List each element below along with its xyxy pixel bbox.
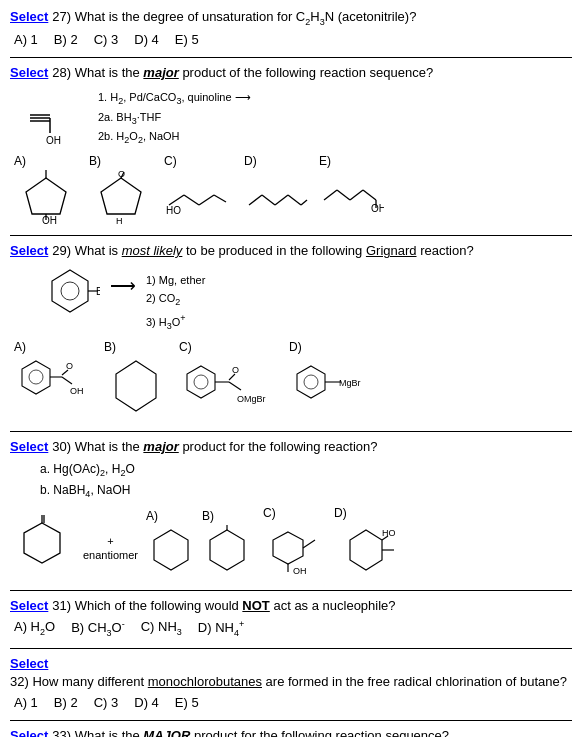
q33-text: 33) What is the MAJOR product for the fo… [52,727,449,737]
q31-choice-a[interactable]: A) H2O [14,619,55,637]
q28-option-a[interactable]: A) OH [14,154,79,225]
svg-line-46 [229,382,241,390]
svg-marker-5 [26,178,66,214]
q30-starting-material [10,513,75,573]
svg-text:MgBr: MgBr [339,378,361,388]
svg-line-15 [199,195,214,205]
svg-line-16 [214,195,226,202]
select-q31[interactable]: Select [10,597,48,615]
q30-option-d[interactable]: D) HO [334,506,399,580]
select-q30[interactable]: Select [10,438,48,456]
svg-line-24 [337,190,350,200]
q30-text: 30) What is the major product for the fo… [52,438,377,456]
choice-a[interactable]: A) 1 [14,32,38,47]
q30-option-c[interactable]: C) OH [263,506,328,580]
svg-text:HO: HO [166,205,181,216]
question-31: Select 31) Which of the following would … [10,597,572,638]
q29-option-b[interactable]: B) [104,340,169,421]
svg-marker-33 [22,361,50,394]
choice-e[interactable]: E) 5 [175,32,199,47]
q32-choice-c[interactable]: C) 3 [94,695,119,710]
q32-choice-d[interactable]: D) 4 [134,695,159,710]
svg-line-38 [62,377,72,384]
svg-text:H: H [116,216,123,225]
q27-text: 27) What is the degree of unsaturation f… [52,8,416,28]
svg-marker-63 [350,530,382,570]
q28-mol-d [244,170,309,225]
q31-choices: A) H2O B) CH3O- C) NH3 D) NH4+ [14,619,572,638]
q29-mol-a: O OH [14,356,94,421]
select-q33[interactable]: Select [10,727,48,737]
q31-choice-d[interactable]: D) NH4+ [198,619,244,638]
q29-option-d[interactable]: D) MgBr [289,340,374,421]
svg-text:HO: HO [382,528,396,538]
question-29: Select 29) What is most likely to be pro… [10,242,572,421]
q32-choice-a[interactable]: A) 1 [14,695,38,710]
q30-mol-c: OH [263,522,328,580]
q27-choices: A) 1 B) 2 C) 3 D) 4 E) 5 [14,32,572,47]
question-28: Select 28) What is the major product of … [10,64,572,225]
q30-mol-d: HO [334,522,399,580]
svg-line-25 [350,190,363,200]
svg-marker-52 [24,523,60,563]
choice-b[interactable]: B) 2 [54,32,78,47]
q30-option-b[interactable]: B) OH [202,509,257,580]
svg-line-13 [169,195,184,205]
q29-option-a[interactable]: A) O OH [14,340,94,421]
question-27: Select 27) What is the degree of unsatur… [10,8,572,47]
svg-line-23 [324,190,337,200]
q30-option-a[interactable]: A) [146,509,196,580]
svg-line-26 [363,190,376,200]
q28-option-e[interactable]: E) OH [319,154,384,225]
q28-option-d[interactable]: D) [244,154,309,225]
q31-text: 31) Which of the following would NOT act… [52,597,395,615]
question-30: Select 30) What is the major product for… [10,438,572,580]
q28-mol-b: O H [89,170,154,225]
svg-marker-41 [187,366,215,398]
svg-line-18 [249,195,262,205]
select-q28[interactable]: Select [10,64,48,82]
q28-option-b[interactable]: B) O H [89,154,154,225]
q28-mol-c: HO [164,170,234,225]
q31-choice-c[interactable]: C) NH3 [141,619,182,637]
svg-line-14 [184,195,199,205]
svg-text:O: O [66,361,73,371]
select-q29[interactable]: Select [10,242,48,260]
q31-choice-b[interactable]: B) CH3O- [71,619,125,638]
svg-text:OH: OH [293,566,307,576]
select-q27[interactable]: Select [10,8,48,26]
choice-c[interactable]: C) 3 [94,32,119,47]
svg-text:O: O [232,365,239,375]
svg-line-19 [262,195,275,205]
question-33: Select 33) What is the MAJOR product for… [10,727,572,737]
svg-marker-40 [116,361,156,411]
question-32: Select 32) How many different monochloro… [10,655,572,710]
svg-point-30 [61,282,79,300]
svg-marker-59 [273,532,303,564]
svg-point-49 [304,375,318,389]
q30-mol-a [146,525,196,580]
svg-marker-55 [154,530,188,570]
q32-choices: A) 1 B) 2 C) 3 D) 4 E) 5 [14,695,572,710]
svg-point-34 [29,370,43,384]
svg-text:OH: OH [371,203,384,214]
svg-text:OH: OH [220,525,234,527]
q32-text: 32) How many different monochlorobutanes… [10,673,567,691]
q28-option-c[interactable]: C) HO [164,154,234,225]
q29-reagent-benzylbr: Br [40,265,100,315]
q30-mol-b: OH [202,525,257,580]
svg-marker-56 [210,530,244,570]
q29-option-c[interactable]: C) O OMgBr [179,340,279,421]
svg-marker-48 [297,366,325,398]
svg-text:OH: OH [42,215,57,225]
svg-marker-9 [101,178,141,214]
svg-marker-29 [52,270,88,312]
q32-choice-b[interactable]: B) 2 [54,695,78,710]
q32-choice-e[interactable]: E) 5 [175,695,199,710]
select-q32[interactable]: Select [10,655,48,673]
q29-mol-b [104,356,169,421]
q28-mol-e: OH [319,170,384,225]
svg-line-21 [288,195,301,205]
svg-text:Br: Br [96,286,100,297]
choice-d[interactable]: D) 4 [134,32,159,47]
